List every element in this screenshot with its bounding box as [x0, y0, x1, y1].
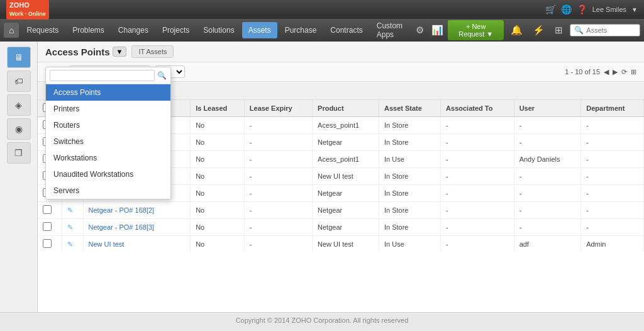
nav-problems[interactable]: Problems: [66, 22, 111, 38]
sidebar-box-icon[interactable]: ❐: [7, 142, 31, 164]
dropdown-item-printers[interactable]: Printers: [46, 101, 170, 117]
it-assets-tab[interactable]: IT Assets: [131, 45, 174, 58]
left-sidebar: 🖥 🏷 ◈ ◉ ❐: [0, 42, 38, 312]
dropdown-item-servers[interactable]: Servers: [46, 182, 170, 199]
row-lease-expiry: -: [244, 151, 312, 168]
columns-icon[interactable]: ⊞: [631, 68, 636, 76]
row-associated-to: -: [441, 202, 514, 219]
row-edit-cell: ✎: [62, 219, 83, 236]
sidebar-cube-icon[interactable]: ◈: [7, 94, 31, 116]
dropdown-item-access-points[interactable]: Access Points: [46, 84, 170, 101]
user-name: Lee Smiles: [592, 6, 626, 13]
row-lease-expiry: -: [244, 185, 312, 202]
nav-assets[interactable]: Assets: [242, 22, 277, 38]
asset-name-link[interactable]: New UI test: [89, 240, 125, 248]
sidebar-shield-icon[interactable]: ◉: [7, 118, 31, 140]
row-user: -: [514, 117, 581, 134]
nav-custom-apps[interactable]: Custom Apps: [370, 18, 411, 43]
refresh-icon[interactable]: ⟳: [621, 68, 627, 76]
dropdown-item-workstations[interactable]: Workstations: [46, 150, 170, 166]
asset-name-link[interactable]: Netgear - PO# 168[2]: [89, 206, 155, 214]
pagination-text: 1 - 10 of 15: [565, 68, 600, 76]
row-is-leased: No: [191, 219, 245, 236]
row-associated-to: -: [441, 185, 514, 202]
top-bar: ZOHOWork · Online 🛒 🌐 ❓ Lee Smiles ▼: [0, 0, 644, 19]
new-request-button[interactable]: + New Request ▼: [448, 20, 504, 40]
row-department: -: [581, 134, 644, 151]
globe-icon[interactable]: 🌐: [561, 4, 572, 14]
row-is-leased: No: [191, 185, 245, 202]
row-lease-expiry: -: [244, 219, 312, 236]
row-user: adf: [514, 236, 581, 252]
notification-bell-icon[interactable]: 🔔: [508, 23, 526, 38]
row-checkbox[interactable]: [43, 239, 52, 248]
col-user: User: [514, 100, 581, 117]
row-department: -: [581, 168, 644, 185]
table-row: ✎ Netgear - PO# 168[2] No - Netgear In S…: [38, 202, 644, 219]
edit-icon[interactable]: ✎: [67, 240, 73, 248]
nav-solutions[interactable]: Solutions: [197, 22, 240, 38]
footer: Copyright © 2014 ZOHO Corporation. All r…: [0, 312, 644, 328]
row-is-leased: No: [191, 134, 245, 151]
dropdown-item-switches[interactable]: Switches: [46, 133, 170, 150]
search-icon: 🔍: [574, 26, 584, 35]
row-department: Admin: [581, 236, 644, 252]
dropdown-item-routers[interactable]: Routers: [46, 117, 170, 133]
nav-projects[interactable]: Projects: [156, 22, 196, 38]
title-dropdown-button[interactable]: ▼: [113, 47, 127, 57]
page-title: Access Points ▼: [45, 47, 126, 57]
copyright-text: Copyright © 2014 ZOHO Corporation. All r…: [236, 317, 409, 324]
cart-icon[interactable]: 🛒: [545, 4, 556, 14]
sidebar-tag-icon[interactable]: 🏷: [7, 70, 31, 92]
user-dropdown-icon[interactable]: ▼: [631, 6, 638, 13]
search-box[interactable]: 🔍: [570, 24, 640, 36]
prev-page-icon[interactable]: ◀: [604, 68, 609, 76]
col-lease-expiry: Lease Expiry: [244, 100, 312, 117]
row-is-leased: No: [191, 202, 245, 219]
row-is-leased: No: [191, 236, 245, 252]
row-edit-cell: ✎: [62, 202, 83, 219]
row-asset-state: In Use: [379, 151, 440, 168]
nav-requests[interactable]: Requests: [20, 22, 65, 38]
nav-bar: ⌂ Requests Problems Changes Projects Sol…: [0, 19, 644, 42]
row-asset-state: In Store: [379, 134, 440, 151]
nav-right: + New Request ▼ 🔔 ⚡ ⊞ 🔍: [448, 20, 640, 40]
row-user: -: [514, 168, 581, 185]
lightning-icon[interactable]: ⚡: [530, 23, 548, 38]
sidebar-assets-icon[interactable]: 🖥: [7, 47, 31, 68]
main-layout: 🖥 🏷 ◈ ◉ ❐ Access Points ▼ IT Assets 🔍 Ac…: [0, 42, 644, 312]
row-product: Netgear: [313, 219, 379, 236]
settings-icon[interactable]: ⚙: [413, 23, 427, 38]
edit-icon[interactable]: ✎: [67, 223, 73, 231]
row-asset-state: In Store: [379, 219, 440, 236]
row-associated-to: -: [441, 219, 514, 236]
chart-icon[interactable]: 📊: [428, 23, 447, 38]
row-product: New UI test: [313, 236, 379, 252]
edit-icon[interactable]: ✎: [67, 206, 73, 214]
dropdown-search-input[interactable]: [50, 70, 155, 81]
grid-icon[interactable]: ⊞: [552, 23, 566, 38]
search-input[interactable]: [586, 26, 636, 34]
nav-purchase[interactable]: Purchase: [279, 22, 323, 38]
row-checkbox[interactable]: [43, 222, 52, 231]
row-edit-cell: ✎: [62, 236, 83, 252]
top-right-area: 🛒 🌐 ❓ Lee Smiles ▼: [545, 4, 638, 14]
row-name-cell: New UI test: [83, 236, 191, 252]
row-user: -: [514, 134, 581, 151]
home-button[interactable]: ⌂: [4, 23, 19, 38]
content-header: Access Points ▼ IT Assets: [38, 42, 644, 62]
row-department: -: [581, 219, 644, 236]
row-checkbox[interactable]: [43, 205, 52, 214]
row-lease-expiry: -: [244, 134, 312, 151]
row-department: -: [581, 185, 644, 202]
asset-name-link[interactable]: Netgear - PO# 168[3]: [89, 223, 155, 231]
nav-changes[interactable]: Changes: [112, 22, 155, 38]
row-department: -: [581, 117, 644, 134]
dropdown-search-area: 🔍: [46, 67, 170, 84]
next-page-icon[interactable]: ▶: [613, 68, 618, 76]
row-asset-state: In Store: [379, 202, 440, 219]
nav-contracts[interactable]: Contracts: [324, 22, 369, 38]
help-icon[interactable]: ❓: [577, 4, 587, 14]
dropdown-item-unaudited-workstations[interactable]: Unaudited Workstations: [46, 166, 170, 182]
dropdown-search-icon: 🔍: [157, 71, 167, 80]
